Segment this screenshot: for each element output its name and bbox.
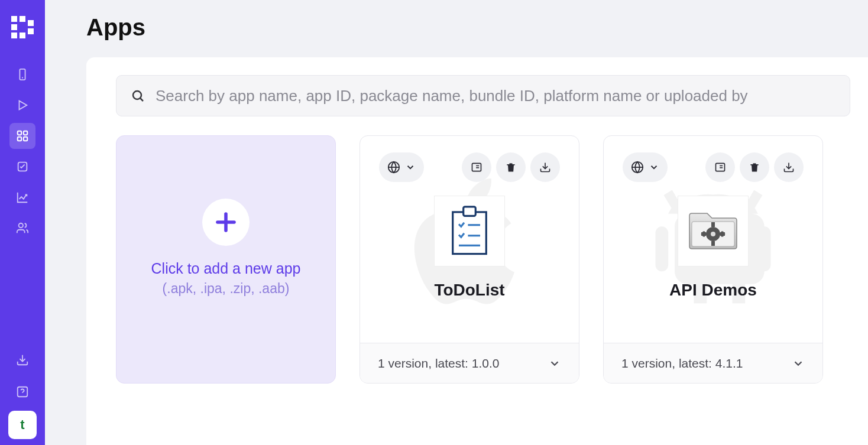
svg-point-19	[133, 91, 141, 99]
help-icon	[16, 385, 29, 398]
globe-icon	[631, 161, 644, 174]
list-icon	[471, 161, 482, 173]
svg-rect-2	[11, 33, 17, 38]
svg-point-48	[711, 232, 715, 236]
svg-rect-50	[711, 241, 715, 246]
nav-team[interactable]	[9, 215, 35, 241]
svg-marker-9	[20, 101, 27, 110]
nav-downloads[interactable]	[9, 347, 35, 373]
globe-icon	[387, 161, 400, 174]
card-actions	[604, 152, 822, 182]
grid-icon	[16, 129, 29, 142]
details-button[interactable]	[705, 152, 735, 182]
app-card-api-demos[interactable]: API Demos 1 version, latest: 4.1.1	[603, 135, 823, 384]
card-body: ToDoList	[360, 136, 579, 343]
card-actions	[360, 152, 579, 182]
cards-grid: Click to add a new app (.apk, .ipa, .zip…	[116, 135, 850, 384]
svg-rect-44	[750, 164, 758, 165]
nav-analytics[interactable]	[9, 184, 35, 210]
folder-gear-icon	[684, 207, 743, 255]
logo[interactable]	[9, 14, 35, 40]
trash-icon	[749, 161, 760, 173]
nav-devices[interactable]	[9, 61, 35, 87]
nav-help[interactable]	[9, 379, 35, 405]
app-icon	[434, 196, 505, 267]
svg-rect-5	[28, 20, 34, 26]
bottom-nav: t	[8, 347, 37, 439]
phone-icon	[16, 68, 29, 81]
users-icon	[16, 222, 29, 235]
avatar[interactable]: t	[8, 411, 37, 439]
avatar-initial: t	[20, 417, 24, 433]
add-app-text: Click to add a new app	[151, 260, 301, 277]
nav-apps[interactable]	[9, 123, 35, 149]
page-title: Apps	[86, 14, 868, 41]
svg-rect-4	[20, 33, 25, 38]
details-button[interactable]	[462, 152, 491, 182]
visibility-button[interactable]	[623, 152, 668, 182]
delete-button[interactable]	[496, 152, 526, 182]
clipboard-icon	[446, 204, 493, 258]
svg-point-15	[19, 223, 23, 228]
play-icon	[16, 99, 29, 112]
svg-rect-1	[11, 24, 17, 30]
svg-rect-49	[711, 222, 715, 227]
svg-rect-11	[24, 131, 27, 135]
app-icon	[678, 196, 749, 267]
plus-icon	[212, 208, 240, 236]
svg-rect-33	[464, 207, 476, 216]
download-button[interactable]	[530, 152, 560, 182]
chevron-down-icon	[792, 357, 805, 370]
svg-rect-3	[20, 16, 25, 22]
chevron-down-icon	[405, 162, 416, 173]
main: Apps Click to add a new app (.apk, .ipa,…	[45, 0, 868, 445]
download-icon	[539, 161, 551, 173]
list-icon	[714, 161, 726, 173]
checklist-icon	[16, 160, 29, 173]
app-name: API Demos	[669, 281, 757, 300]
chart-icon	[16, 191, 29, 204]
download-button[interactable]	[774, 152, 804, 182]
svg-rect-0	[11, 16, 17, 22]
search-icon	[131, 89, 145, 103]
add-app-hint: (.apk, .ipa, .zip, .aab)	[163, 281, 290, 297]
delete-button[interactable]	[740, 152, 769, 182]
card-body: API Demos	[604, 136, 822, 343]
version-footer[interactable]: 1 version, latest: 1.0.0	[360, 343, 579, 383]
version-text: 1 version, latest: 1.0.0	[378, 356, 499, 371]
svg-rect-10	[18, 131, 21, 135]
nav-items	[9, 61, 35, 241]
svg-line-20	[141, 99, 144, 102]
download-icon	[16, 353, 29, 366]
svg-rect-13	[24, 137, 27, 141]
app-name: ToDoList	[434, 281, 504, 300]
svg-rect-12	[18, 137, 21, 141]
version-footer[interactable]: 1 version, latest: 4.1.1	[604, 343, 822, 383]
svg-rect-30	[507, 164, 514, 165]
app-card-todolist[interactable]: ToDoList 1 version, latest: 1.0.0	[359, 135, 579, 384]
chevron-down-icon	[649, 162, 659, 173]
nav-run[interactable]	[9, 92, 35, 118]
sidebar: t	[0, 0, 45, 445]
chevron-down-icon	[548, 357, 561, 370]
svg-rect-7	[20, 69, 25, 80]
plus-circle	[202, 199, 250, 246]
svg-rect-32	[453, 212, 487, 254]
add-app-card[interactable]: Click to add a new app (.apk, .ipa, .zip…	[116, 135, 336, 384]
nav-tests[interactable]	[9, 154, 35, 180]
visibility-button[interactable]	[379, 152, 424, 182]
trash-icon	[505, 161, 517, 173]
download-icon	[783, 161, 795, 173]
panel: Click to add a new app (.apk, .ipa, .zip…	[86, 57, 868, 445]
version-text: 1 version, latest: 4.1.1	[621, 356, 743, 371]
svg-rect-6	[28, 28, 34, 34]
search-bar[interactable]	[116, 75, 850, 116]
search-input[interactable]	[156, 87, 835, 105]
